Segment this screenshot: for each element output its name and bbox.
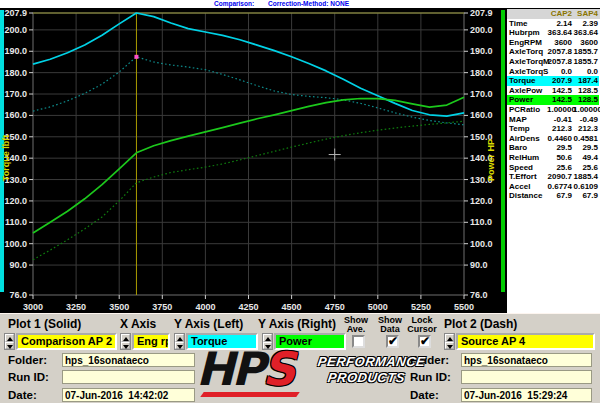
table-row: Baro29.529.5: [507, 143, 600, 153]
spin-up-icon[interactable]: [445, 334, 454, 342]
svg-text:Power HP: Power HP: [486, 139, 496, 181]
spin-up-icon[interactable]: [5, 334, 14, 342]
table-row: RelHum50.649.4: [507, 153, 600, 163]
spin-up-icon[interactable]: [263, 334, 272, 342]
table-row: Power142.5128.5: [507, 95, 600, 105]
svg-text:170.0: 170.0: [470, 89, 493, 99]
folder-label-left: Folder:: [8, 354, 47, 366]
xaxis-label: X Axis: [120, 317, 156, 331]
svg-text:4250: 4250: [238, 302, 258, 312]
svg-text:110.0: 110.0: [470, 217, 492, 227]
hps-logo-products: PRODUCTS: [327, 370, 406, 385]
table-row: EngRPM36003600: [507, 38, 600, 48]
control-panel: Plot 1 (Solid) X Axis Y Axis (Left) Y Ax…: [0, 313, 600, 403]
date-input-left[interactable]: [62, 388, 195, 402]
table-row: AxleTorqS0.00.0: [507, 67, 600, 77]
svg-text:90.0: 90.0: [470, 260, 488, 270]
show-data-label: Show Data: [374, 316, 406, 334]
table-row: Torque207.9187.4: [507, 76, 600, 86]
table-row: AirDens0.44600.4581: [507, 134, 600, 144]
svg-text:3000: 3000: [23, 302, 43, 312]
folder-input-right[interactable]: [461, 353, 592, 367]
spin-up-icon[interactable]: [121, 334, 130, 342]
show-ave-label: Show Ave.: [340, 316, 372, 334]
run-id-input-right[interactable]: [461, 370, 592, 384]
svg-text:3250: 3250: [66, 302, 86, 312]
svg-text:76.0: 76.0: [470, 290, 488, 300]
table-row: Hubrpm363.64363.64: [507, 28, 600, 38]
svg-text:100.0: 100.0: [470, 239, 493, 249]
svg-text:110.0: 110.0: [5, 217, 27, 227]
table-row: AxleTorqM2057.81855.7: [507, 57, 600, 67]
table-row: AxleTorq2057.81855.7: [507, 47, 600, 57]
svg-text:3500: 3500: [109, 302, 129, 312]
svg-text:Torque lbft: Torque lbft: [1, 135, 11, 181]
table-row: AxlePow142.5128.5: [507, 86, 600, 96]
folder-input-left[interactable]: [62, 353, 195, 367]
svg-text:5000: 5000: [368, 302, 388, 312]
yaxis-left-label: Y Axis (Left): [174, 317, 243, 331]
table-row: Temp212.3212.3: [507, 124, 600, 134]
plot2-select[interactable]: Source AP 4: [456, 333, 595, 350]
svg-text:90.0: 90.0: [9, 260, 27, 270]
svg-text:4750: 4750: [325, 302, 345, 312]
chart-header-strip: Comparison: Correction-Method: NONE: [0, 0, 600, 8]
svg-text:190.0: 190.0: [470, 46, 493, 56]
lock-cursor-checkbox[interactable]: ✔: [418, 335, 431, 348]
xaxis-select[interactable]: Eng rpm: [132, 333, 170, 350]
correction-method-label: Correction-Method: NONE: [268, 0, 349, 8]
svg-text:160.0: 160.0: [4, 110, 27, 120]
svg-text:160.0: 160.0: [470, 110, 493, 120]
spin-down-icon[interactable]: [5, 342, 14, 350]
plot1-select[interactable]: Comparison AP 2: [16, 333, 117, 350]
run-id-label-right: Run ID:: [410, 371, 451, 383]
date-label-left: Date:: [8, 389, 37, 401]
yaxis-left-spinner[interactable]: [174, 333, 185, 350]
plot1-label: Plot 1 (Solid): [8, 317, 81, 331]
svg-text:4500: 4500: [282, 302, 302, 312]
svg-text:5500: 5500: [454, 302, 474, 312]
plot2-spinner[interactable]: [444, 333, 455, 350]
svg-text:180.0: 180.0: [4, 68, 27, 78]
spin-up-icon[interactable]: [175, 334, 184, 342]
lock-cursor-label: Lock Cursor: [404, 316, 440, 334]
spin-down-icon[interactable]: [175, 342, 184, 350]
svg-text:190.0: 190.0: [4, 46, 27, 56]
hps-logo-text: HPS: [196, 342, 292, 396]
hps-logo-performance: PERFORMANCE: [317, 354, 426, 369]
table-header-row: CAP2SAP4: [507, 9, 600, 19]
plot2-label: Plot 2 (Dash): [444, 317, 517, 331]
svg-text:120.0: 120.0: [470, 196, 493, 206]
svg-text:120.0: 120.0: [4, 196, 27, 206]
torque-power-plot[interactable]: 207.9207.9200.0200.0190.0190.0180.0180.0…: [0, 8, 506, 313]
checkmark-icon: ✔: [420, 334, 430, 348]
svg-text:4000: 4000: [195, 302, 215, 312]
run-id-label-left: Run ID:: [8, 371, 49, 383]
table-row: PCRatio1.000001.00000: [507, 105, 600, 115]
spin-down-icon[interactable]: [121, 342, 130, 350]
date-label-right: Date:: [410, 389, 439, 401]
xaxis-spinner[interactable]: [120, 333, 131, 350]
yaxis-right-label: Y Axis (Right): [258, 317, 336, 331]
hps-logo-swoosh: [200, 392, 300, 397]
table-row: Speed25.625.6: [507, 163, 600, 173]
plot1-spinner[interactable]: [4, 333, 15, 350]
dyno-app-window: Comparison: Correction-Method: NONE 207.…: [0, 0, 600, 403]
dyno-chart[interactable]: 207.9207.9200.0200.0190.0190.0180.0180.0…: [0, 8, 506, 313]
svg-text:76.0: 76.0: [9, 290, 27, 300]
table-row: MAP-0.41-0.49: [507, 115, 600, 125]
run-id-input-left[interactable]: [62, 370, 195, 384]
table-row: T.Effort2090.71885.4: [507, 172, 600, 182]
svg-text:200.0: 200.0: [470, 25, 493, 35]
spin-down-icon[interactable]: [445, 342, 454, 350]
table-row: Time2.142.39: [507, 19, 600, 29]
svg-text:3750: 3750: [152, 302, 172, 312]
svg-text:5250: 5250: [411, 302, 431, 312]
svg-text:200.0: 200.0: [4, 25, 27, 35]
svg-text:100.0: 100.0: [4, 239, 27, 249]
svg-text:180.0: 180.0: [470, 68, 493, 78]
table-row: Distance67.967.9: [507, 191, 600, 201]
svg-text:170.0: 170.0: [4, 89, 27, 99]
date-input-right[interactable]: [461, 388, 592, 402]
svg-text:207.9: 207.9: [4, 8, 27, 18]
